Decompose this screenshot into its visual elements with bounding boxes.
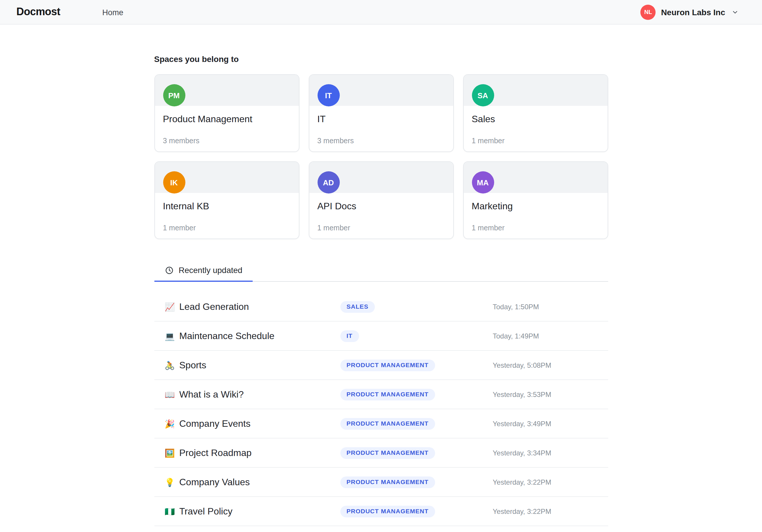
page-title: Travel Policy [179, 506, 340, 516]
spaces-grid: PM Product Management 3 members IT IT 3 … [154, 74, 608, 239]
home-content: Spaces you belong to PM Product Manageme… [154, 25, 608, 526]
main-nav: Home [102, 7, 123, 17]
badge-column: PRODUCT MANAGEMENT [340, 388, 493, 400]
clock-icon [165, 266, 173, 274]
space-badge[interactable]: PRODUCT MANAGEMENT [340, 506, 435, 517]
badge-column: PRODUCT MANAGEMENT [340, 447, 493, 459]
chart-increasing-icon: 📈 [165, 303, 179, 311]
page-title: Sports [179, 360, 340, 370]
space-name: API Docs [317, 200, 445, 212]
space-name: Marketing [472, 200, 599, 212]
space-card-band: IK [155, 162, 299, 193]
updated-time: Yesterday, 5:08PM [493, 361, 551, 369]
space-badge[interactable]: IT [340, 330, 359, 342]
space-card[interactable]: PM Product Management 3 members [154, 74, 299, 152]
space-badge[interactable]: PRODUCT MANAGEMENT [340, 418, 435, 429]
recent-page-row[interactable]: 🇳🇬 Travel Policy PRODUCT MANAGEMENT Yest… [154, 497, 608, 526]
recent-page-row[interactable]: 🎉 Company Events PRODUCT MANAGEMENT Yest… [154, 409, 608, 438]
space-member-count: 1 member [472, 136, 599, 146]
space-card-band: SA [463, 75, 607, 106]
page-title: Project Roadmap [179, 447, 340, 458]
updated-time: Yesterday, 3:34PM [493, 449, 551, 457]
space-member-count: 1 member [472, 223, 599, 233]
space-member-count: 1 member [317, 223, 445, 233]
page-title: Company Values [179, 477, 340, 487]
workspace-name: Neuron Labs Inc [661, 7, 725, 17]
space-avatar: PM [163, 84, 185, 107]
badge-column: PRODUCT MANAGEMENT [340, 359, 493, 371]
space-card[interactable]: SA Sales 1 member [463, 74, 608, 152]
space-badge[interactable]: PRODUCT MANAGEMENT [340, 447, 435, 459]
space-avatar: MA [472, 171, 494, 193]
recent-page-row[interactable]: 💡 Company Values PRODUCT MANAGEMENT Yest… [154, 468, 608, 497]
updated-time: Yesterday, 3:22PM [493, 478, 551, 486]
space-avatar: IT [317, 84, 340, 107]
nigeria-flag-icon: 🇳🇬 [165, 507, 179, 515]
recent-page-row[interactable]: 💻 Maintenance Schedule IT Today, 1:49PM [154, 322, 608, 351]
cyclist-icon: 🚴 [165, 361, 179, 369]
recent-page-row[interactable]: 📈 Lead Generation SALES Today, 1:50PM [154, 292, 608, 322]
space-name: IT [317, 114, 445, 125]
badge-column: SALES [340, 300, 493, 313]
workspace-avatar: NL [641, 4, 656, 20]
space-card[interactable]: AD API Docs 1 member [309, 161, 453, 239]
space-card-band: IT [309, 75, 453, 106]
page-title: What is a Wiki? [179, 389, 340, 400]
space-badge[interactable]: SALES [340, 301, 375, 313]
chevron-down-icon [731, 9, 739, 16]
workspace-switcher[interactable]: NL Neuron Labs Inc [641, 4, 739, 20]
nav-home[interactable]: Home [102, 8, 123, 17]
recent-page-row[interactable]: 📖 What is a Wiki? PRODUCT MANAGEMENT Yes… [154, 380, 608, 409]
spaces-heading: Spaces you belong to [154, 54, 608, 64]
updated-time: Today, 1:50PM [493, 303, 539, 311]
space-avatar: AD [317, 171, 340, 193]
recent-page-row[interactable]: 🖼️ Project Roadmap PRODUCT MANAGEMENT Ye… [154, 438, 608, 468]
recent-list: 📈 Lead Generation SALES Today, 1:50PM 💻 … [154, 292, 608, 526]
space-card[interactable]: MA Marketing 1 member [463, 161, 608, 239]
space-badge[interactable]: PRODUCT MANAGEMENT [340, 389, 435, 400]
page-title: Maintenance Schedule [179, 331, 340, 341]
space-member-count: 3 members [163, 136, 290, 146]
updated-time: Today, 1:49PM [493, 332, 539, 340]
framed-picture-icon: 🖼️ [165, 449, 179, 457]
badge-column: PRODUCT MANAGEMENT [340, 418, 493, 429]
updated-time: Yesterday, 3:49PM [493, 419, 551, 428]
badge-column: PRODUCT MANAGEMENT [340, 505, 493, 517]
space-avatar: IK [163, 171, 185, 193]
badge-column: IT [340, 330, 493, 342]
tab-label: Recently updated [179, 266, 242, 275]
recent-page-row[interactable]: 🚴 Sports PRODUCT MANAGEMENT Yesterday, 5… [154, 351, 608, 380]
updated-time: Yesterday, 3:53PM [493, 390, 551, 398]
space-badge[interactable]: PRODUCT MANAGEMENT [340, 359, 435, 371]
space-member-count: 1 member [163, 223, 290, 233]
top-header: Docmost Home NL Neuron Labs Inc [0, 0, 762, 25]
laptop-icon: 💻 [165, 332, 179, 340]
app-logo[interactable]: Docmost [16, 6, 60, 18]
badge-column: PRODUCT MANAGEMENT [340, 476, 493, 488]
open-book-icon: 📖 [165, 390, 179, 398]
tab-recently-updated[interactable]: Recently updated [154, 260, 253, 281]
light-bulb-icon: 💡 [165, 478, 179, 486]
space-avatar: SA [472, 84, 494, 107]
space-card-band: PM [155, 75, 299, 106]
page-title: Company Events [179, 418, 340, 429]
page-title: Lead Generation [179, 301, 340, 312]
space-card-band: AD [309, 162, 453, 193]
updated-time: Yesterday, 3:22PM [493, 507, 551, 515]
space-badge[interactable]: PRODUCT MANAGEMENT [340, 477, 435, 488]
space-name: Product Management [163, 114, 290, 125]
space-card[interactable]: IK Internal KB 1 member [154, 161, 299, 239]
space-member-count: 3 members [317, 136, 445, 146]
space-card-band: MA [463, 162, 607, 193]
space-card[interactable]: IT IT 3 members [309, 74, 453, 152]
space-name: Sales [472, 114, 599, 125]
party-popper-icon: 🎉 [165, 419, 179, 428]
space-name: Internal KB [163, 200, 290, 212]
app-root: Docmost Home NL Neuron Labs Inc Spaces y… [0, 0, 762, 532]
tabs-bar: Recently updated [154, 260, 608, 282]
